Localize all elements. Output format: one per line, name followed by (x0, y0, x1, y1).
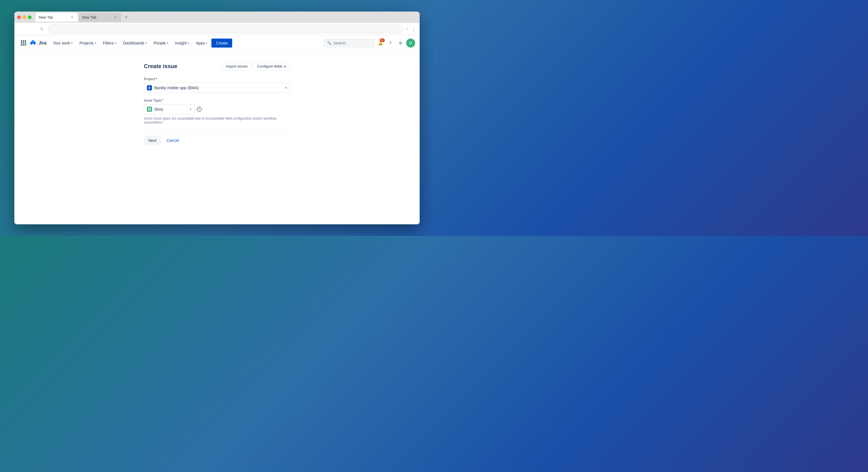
project-required-marker: * (156, 77, 157, 81)
nav-apps-label: Apps (196, 41, 205, 45)
issue-type-label: Issue Type * (144, 98, 290, 102)
issue-type-required-marker: * (161, 98, 163, 102)
jira-logo-text: Jira (38, 40, 46, 45)
next-button[interactable]: Next (144, 136, 161, 145)
issue-type-chevron: ▾ (190, 107, 191, 111)
import-issues-button[interactable]: Import issues (222, 62, 251, 70)
nav-apps-chevron: ▾ (206, 41, 208, 44)
issue-type-field: Issue Type * Story ▾ (144, 98, 290, 124)
project-label: Project * (144, 77, 290, 81)
configure-fields-button[interactable]: Configure fields ∨ (254, 62, 290, 70)
tab-bar: New Tab ✕ New Tab ✕ + (14, 11, 420, 23)
notifications-button[interactable]: 🔔 9+ (376, 38, 385, 48)
nav-projects-label: Projects (80, 41, 94, 45)
nav-projects[interactable]: Projects ▾ (76, 39, 99, 47)
search-box[interactable]: 🔍 Search (324, 39, 375, 47)
project-select-chevron: ▾ (285, 86, 287, 90)
jira-logo-icon (29, 39, 37, 47)
form-title: Create issue (144, 63, 177, 69)
form-actions: Next Cancel (144, 136, 290, 145)
nav-filters-label: Filters (103, 41, 114, 45)
story-icon (147, 107, 152, 112)
help-button[interactable]: ? (386, 38, 395, 48)
tab-2-close[interactable]: ✕ (113, 15, 118, 20)
nav-people[interactable]: People ▾ (151, 39, 171, 47)
new-tab-button[interactable]: + (122, 13, 130, 21)
create-issue-form: Create issue Import issues Configure fie… (144, 62, 290, 145)
project-field: Project * B Bankly mobile app (BMA) ▾ (144, 77, 290, 93)
grid-icon (21, 40, 26, 45)
search-icon: 🔍 (327, 41, 332, 45)
nav-people-chevron: ▾ (167, 41, 168, 44)
issue-type-help-icon[interactable]: ? (197, 107, 202, 112)
nav-filters[interactable]: Filters ▾ (100, 39, 119, 47)
configure-fields-label: Configure fields (257, 64, 283, 68)
nav-filters-chevron: ▾ (115, 41, 116, 44)
project-icon: B (147, 85, 152, 90)
notification-badge: 9+ (380, 38, 385, 42)
tab-2[interactable]: New Tab ✕ (79, 13, 121, 22)
url-input[interactable] (48, 25, 403, 33)
issue-type-select[interactable]: Story ▾ (144, 104, 194, 114)
avatar-initials: U (409, 41, 412, 45)
tab-1-label: New Tab (39, 15, 53, 20)
issue-type-value: Story (154, 107, 163, 112)
nav-dashboards[interactable]: Dashboards ▾ (120, 39, 150, 47)
nav-insight-label: Insight (175, 41, 187, 45)
back-button[interactable]: ← (18, 25, 26, 33)
nav-your-work-label: Your work (53, 41, 70, 45)
nav-dashboards-label: Dashboards (123, 41, 144, 45)
close-window-button[interactable] (17, 15, 21, 19)
bookmark-icon[interactable]: ☆ (405, 27, 409, 31)
traffic-lights (17, 15, 32, 19)
app-launcher-button[interactable] (19, 38, 28, 48)
cancel-button[interactable]: Cancel (163, 136, 182, 145)
tab-1-close[interactable]: ✕ (70, 15, 74, 20)
project-value: Bankly mobile app (BMA) (154, 86, 199, 90)
jira-logo[interactable]: Jira (29, 39, 46, 47)
jira-navbar: Jira Your work ▾ Projects ▾ Filters ▾ Da… (14, 35, 420, 51)
main-content: Create issue Import issues Configure fie… (14, 51, 420, 224)
configure-chevron-icon: ∨ (284, 64, 286, 68)
project-select[interactable]: B Bankly mobile app (BMA) ▾ (144, 83, 290, 93)
help-icon: ? (389, 41, 392, 45)
address-bar: ← → ↻ ☆ ⋮ (14, 23, 420, 35)
tab-2-label: New Tab (82, 15, 96, 20)
nav-people-label: People (153, 41, 166, 45)
nav-insight-chevron: ▾ (188, 41, 189, 44)
issue-type-info-text: Some issue types are unavailable due to … (144, 117, 290, 124)
nav-your-work-chevron: ▾ (71, 41, 73, 44)
browser-window: New Tab ✕ New Tab ✕ + ← → ↻ ☆ ⋮ (14, 11, 420, 224)
minimize-window-button[interactable] (23, 15, 26, 19)
nav-insight[interactable]: Insight ▾ (172, 39, 192, 47)
settings-button[interactable]: ⚙ (396, 38, 405, 48)
nav-apps[interactable]: Apps ▾ (193, 39, 210, 47)
nav-your-work[interactable]: Your work ▾ (50, 39, 75, 47)
search-placeholder: Search (333, 41, 346, 45)
tab-1[interactable]: New Tab ✕ (35, 13, 78, 22)
gear-icon: ⚙ (399, 41, 402, 45)
nav-projects-chevron: ▾ (95, 41, 96, 44)
form-header-actions: Import issues Configure fields ∨ (222, 62, 290, 70)
page-content: Jira Your work ▾ Projects ▾ Filters ▾ Da… (14, 35, 420, 224)
user-avatar[interactable]: U (406, 38, 415, 48)
form-header: Create issue Import issues Configure fie… (144, 62, 290, 70)
forward-button[interactable]: → (28, 25, 36, 33)
browser-menu-button[interactable]: ⋮ (411, 26, 416, 32)
form-divider (144, 130, 290, 130)
reload-button[interactable]: ↻ (38, 25, 46, 33)
maximize-window-button[interactable] (28, 15, 32, 19)
nav-dashboards-chevron: ▾ (145, 41, 147, 44)
create-button[interactable]: Create (211, 38, 232, 48)
